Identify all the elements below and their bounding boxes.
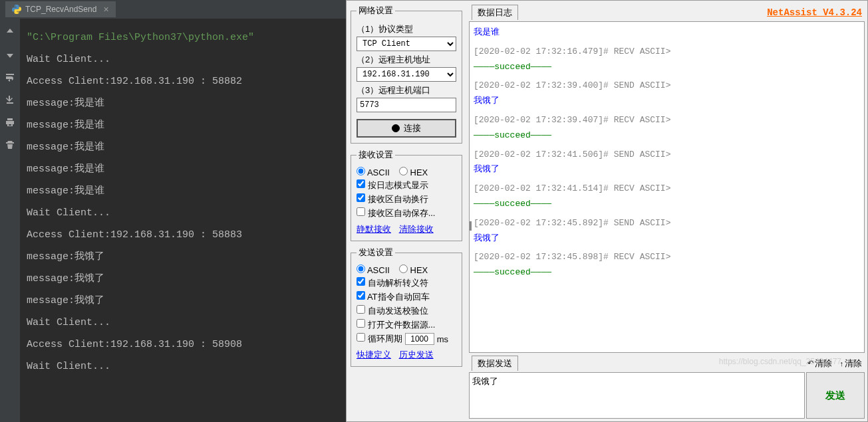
send-section: 数据发送 ↶ 清除 ↑ 清除 发送 (469, 356, 865, 419)
log-area[interactable]: 我是谁[2020-02-02 17:32:16.479]# RECV ASCII… (469, 21, 865, 353)
history-send-link[interactable]: 历史发送 (399, 350, 434, 360)
recv-ascii-radio[interactable]: ASCII (357, 167, 390, 177)
log-timestamp: [2020-02-02 17:32:45.898]# RECV ASCII> (474, 251, 860, 264)
print-icon[interactable] (5, 117, 15, 128)
log-header: 数据日志 NetAssist V4.3.24 (469, 3, 865, 21)
log-timestamp: [2020-02-02 17:32:41.506]# SEND ASCII> (474, 148, 860, 162)
recv-hex-radio[interactable]: HEX (399, 167, 428, 177)
port-label: （3）远程主机端口 (357, 84, 456, 96)
ide-tab[interactable]: TCP_RecvAndSend × (5, 1, 116, 17)
recv-opt1[interactable]: 按日志模式显示 (357, 179, 428, 191)
send-opt2[interactable]: AT指令自动回车 (357, 291, 430, 303)
console-line: message:我是谁 (27, 114, 339, 136)
console-line: message:我是谁 (27, 158, 339, 180)
netassist-panel: 网络设置 （1）协议类型 TCP Client （2）远程主机地址 192.16… (346, 0, 868, 422)
network-settings: 网络设置 （1）协议类型 TCP Client （2）远程主机地址 192.16… (351, 5, 462, 144)
log-column: 数据日志 NetAssist V4.3.24 我是谁[2020-02-02 17… (466, 1, 867, 421)
send-settings: 发送设置 ASCII HEX 自动解析转义符 AT指令自动回车 自动发送校验位 … (351, 247, 462, 367)
send-textarea[interactable] (469, 372, 805, 419)
console-line: Wait Client... (27, 49, 339, 70)
host-label: （2）远程主机地址 (357, 54, 456, 66)
console-line: "C:\Program Files\Python37\python.exe" (27, 27, 339, 49)
send-legend: 发送设置 (357, 247, 395, 259)
connect-dot-icon (392, 124, 400, 132)
send-opt4[interactable]: 打开文件数据源... (357, 319, 435, 331)
log-timestamp: [2020-02-02 17:32:41.514]# RECV ASCII> (474, 182, 860, 196)
recv-opt3[interactable]: 接收区自动保存... (357, 207, 435, 219)
console-line: Access Client:192.168.31.190 : 58908 (27, 334, 339, 356)
ide-body: "C:\Program Files\Python37\python.exe"Wa… (0, 19, 346, 422)
ide-panel: TCP_RecvAndSend × "C:\Program Files\Pyth… (0, 0, 346, 422)
send-opt1[interactable]: 自动解析转义符 (357, 277, 428, 289)
recv-legend: 接收设置 (357, 149, 395, 161)
console-line: message:我是谁 (27, 92, 339, 114)
ide-tab-bar: TCP_RecvAndSend × (0, 0, 346, 19)
close-icon[interactable]: × (103, 4, 108, 15)
trash-icon[interactable] (5, 140, 15, 150)
log-legend: 数据日志 (472, 5, 518, 20)
console-line: Access Client:192.168.31.190 : 58882 (27, 70, 339, 92)
log-timestamp: [2020-02-02 17:32:39.400]# SEND ASCII> (474, 79, 860, 93)
splitter-handle[interactable] (469, 221, 472, 231)
cycle-unit: ms (437, 334, 448, 344)
run-up-icon[interactable] (5, 27, 15, 37)
console-line: Access Client:192.168.31.190 : 58883 (27, 224, 339, 246)
console-line: message:我饿了 (27, 268, 339, 290)
log-timestamp: [2020-02-02 17:32:39.407]# RECV ASCII> (474, 114, 860, 128)
recv-opt2[interactable]: 接收区自动换行 (357, 193, 428, 205)
run-down-icon[interactable] (5, 49, 15, 60)
console-line: message:我饿了 (27, 290, 339, 312)
cycle-input[interactable] (405, 333, 434, 345)
console-line: Wait Client... (27, 312, 339, 334)
proto-label: （1）协议类型 (357, 23, 456, 35)
recv-settings: 接收设置 ASCII HEX 按日志模式显示 接收区自动换行 接收区自动保存..… (351, 149, 462, 241)
send-opt5[interactable]: 循环周期 (357, 333, 402, 345)
console-line: message:我是谁 (27, 136, 339, 158)
network-legend: 网络设置 (357, 5, 395, 17)
log-message: 我饿了 (474, 94, 860, 108)
log-timestamp: [2020-02-02 17:32:45.892]# SEND ASCII> (474, 217, 860, 231)
console-output[interactable]: "C:\Program Files\Python37\python.exe"Wa… (20, 19, 346, 422)
silent-recv-link[interactable]: 静默接收 (357, 224, 391, 234)
console-line: Wait Client... (27, 202, 339, 224)
arrow-up-icon: ↑ (840, 360, 844, 368)
clear-recv-link[interactable]: 清除接收 (399, 224, 434, 234)
protocol-select[interactable]: TCP Client (357, 37, 456, 51)
console-line: message:我是谁 (27, 180, 339, 202)
port-input[interactable] (357, 98, 456, 112)
send-ascii-radio[interactable]: ASCII (357, 264, 390, 275)
console-line: Wait Client... (27, 356, 339, 377)
sendbox-legend: 数据发送 (472, 356, 518, 371)
log-succeed: ————succeed———— (474, 60, 860, 74)
wrap-icon[interactable] (5, 72, 15, 82)
brand-label[interactable]: NetAssist V4.3.24 (767, 7, 862, 18)
clear2-button[interactable]: ↑ 清除 (840, 358, 863, 369)
download-icon[interactable] (5, 94, 15, 105)
host-select[interactable]: 192.168.31.190 (357, 67, 456, 82)
log-succeed: ————succeed———— (474, 197, 860, 211)
python-icon (12, 5, 21, 14)
send-button[interactable]: 发送 (806, 372, 865, 419)
console-line: message:我饿了 (27, 246, 339, 268)
connect-label: 连接 (404, 122, 421, 134)
quick-def-link[interactable]: 快捷定义 (357, 350, 391, 360)
connect-button[interactable]: 连接 (357, 119, 456, 138)
settings-column: 网络设置 （1）协议类型 TCP Client （2）远程主机地址 192.16… (347, 1, 466, 421)
log-message: 我饿了 (474, 163, 860, 177)
tab-title: TCP_RecvAndSend (25, 5, 96, 14)
arrow-left-icon: ↶ (807, 359, 813, 368)
log-succeed: ————succeed———— (474, 266, 860, 280)
log-timestamp: [2020-02-02 17:32:16.479]# RECV ASCII> (474, 45, 860, 59)
send-opt3[interactable]: 自动发送校验位 (357, 305, 428, 317)
log-message: 我饿了 (474, 232, 860, 246)
ide-gutter (0, 19, 20, 422)
clear1-button[interactable]: ↶ 清除 (807, 358, 832, 369)
log-message: 我是谁 (474, 26, 860, 40)
log-succeed: ————succeed———— (474, 129, 860, 143)
send-hex-radio[interactable]: HEX (399, 264, 428, 275)
